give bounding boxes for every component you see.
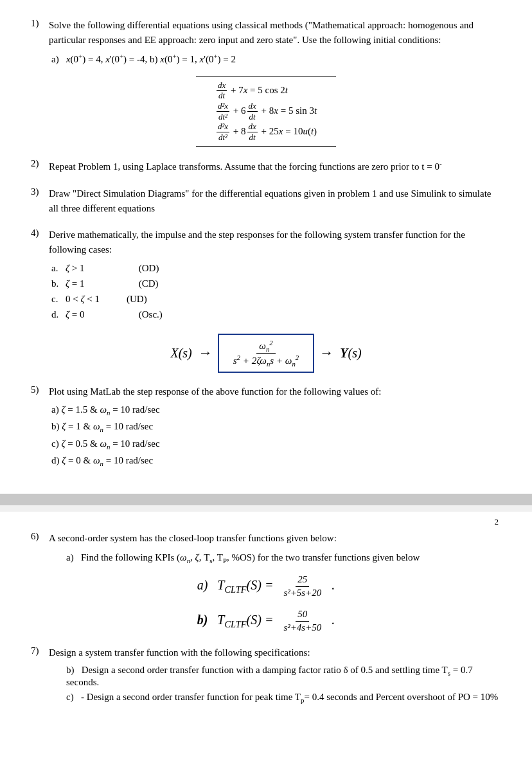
problem-2-text: Repeat Problem 1, using Laplace transfor… [49,158,501,174]
problem-6-sub-a-text: Find the following KPIs (ωn, ζ, Ts, TP, … [81,552,420,562]
problem-3-text: Draw "Direct Simulation Diagrams" for th… [49,186,501,217]
formula-a: a) TCLTF(S) = 25 s²+5s+20 . [197,578,335,592]
problem-7-sub-c-label: c) [66,692,74,702]
equations-table: dx dt + 7x = 5 cos 2t d²x dt² + 6 [196,76,336,147]
problem-4: 4) Derive mathematically, the impulse an… [31,228,501,373]
transfer-function-diagram: X(s) → ωn2 s2 + 2ζωns + ωn2 → Y(s) [31,334,501,373]
problem-2-number: 2) [31,158,49,169]
problem-4-sub-c: c. 0 < ζ < 1 (UD) [51,291,501,307]
page-bottom-inner: 2 6) A second-order system has the close… [0,512,532,735]
tf-box: ωn2 s2 + 2ζωns + ωn2 [218,334,314,373]
problem-7-text: Design a system transfer function with t… [49,645,501,660]
problem-1-number: 1) [31,18,49,29]
equation-1: dx dt + 7x = 5 cos 2t [215,80,317,101]
problem-4-number: 4) [31,228,49,239]
formula-b-numerator: 50 [296,608,309,622]
frac-dxdt-eq2: dx dt [247,101,258,122]
problem-4-sub-list: a. ζ > 1 (OD) b. ζ = 1 (CD) c. 0 < ζ < 1… [51,260,501,322]
problem-7-sub-b-text: Design a second order transfer function … [66,665,473,687]
formula-a-numerator: 25 [296,573,309,587]
problem-3-number: 3) [31,186,49,197]
problem-6-sub-a-label: a) [66,552,74,562]
problem-6-number: 6) [31,531,49,542]
page-top: 1) Solve the following differential equa… [0,0,532,494]
formula-a-frac: 25 s²+5s+20 [281,573,323,599]
problem-5-sub-a: a) ζ = 1.5 & ωn = 10 rad/sec [51,402,501,419]
formula-b: b) TCLTF(S) = 50 s²+4s+50 . [197,613,335,627]
problem-5-sub-list: a) ζ = 1.5 & ωn = 10 rad/sec b) ζ = 1 & … [51,402,501,469]
tf-box-numerator: ωn2 [256,339,275,354]
formula-b-denominator: s²+4s+50 [281,622,323,634]
problem-3: 3) Draw "Direct Simulation Diagrams" for… [31,186,501,217]
problem-7-number: 7) [31,645,49,656]
problem-7: 7) Design a system transfer function wit… [31,645,501,703]
tf-arrow-out: → [319,345,333,361]
formula-b-frac: 50 s²+4s+50 [281,608,323,634]
tf-arrow-in: → [199,345,213,361]
problem-5-number: 5) [31,384,49,395]
problem-5-sub-c: c) ζ = 0.5 & ωn = 10 rad/sec [51,436,501,453]
problem-4-sub-b: b. ζ = 1 (CD) [51,276,501,291]
problem-7-sub-b: b) Design a second order transfer functi… [66,665,501,688]
problem-4-sub-d: d. ζ = 0 (Osc.) [51,307,501,322]
problem-1-sub-a: a) x(0+) = 4, x'(0+) = -4, b) x(0+) = 1,… [51,51,501,67]
tf-box-denominator: s2 + 2ζωns + ωn2 [231,354,301,368]
problem-4-text: Derive mathematically, the impulse and t… [49,228,501,258]
problem-1: 1) Solve the following differential equa… [31,18,501,147]
problem-7-sub-c-text: - Design a second order transfer functio… [81,692,498,702]
frac-d2xdt2-eq2: d²x dt² [217,101,229,122]
problem-5-sub-b: b) ζ = 1 & ωn = 10 rad/sec [51,419,501,435]
formula-a-denominator: s²+5s+20 [281,587,323,600]
page-separator [0,494,532,505]
problem-4-sub-a: a. ζ > 1 (OD) [51,260,501,276]
equation-block: dx dt + 7x = 5 cos 2t d²x dt² + 6 [31,76,501,147]
formula-a-block: a) TCLTF(S) = 25 s²+5s+20 . [31,573,501,599]
problem-7-sub-b-label: b) [66,665,75,675]
page-number: 2 [495,517,499,527]
problem-7-sub-c: c) - Design a second order transfer func… [66,692,501,704]
formula-b-block: b) TCLTF(S) = 50 s²+4s+50 . [31,608,501,634]
tf-input-label: X(s) [170,346,191,361]
problem-6: 6) A second-order system has the closed-… [31,531,501,634]
equation-2: d²x dt² + 6 dx dt + 8x = 5 sin 3t [215,101,317,122]
problem-1-text: Solve the following differential equatio… [49,18,501,48]
frac-dxdt: dx dt [217,80,227,101]
page: 1) Solve the following differential equa… [0,0,532,765]
problem-5-text: Plot using MatLab the step response of t… [49,384,501,399]
tf-output-label: Y(s) [340,346,361,361]
equation-3: d²x dt² + 8 dx dt + 25x = 10u(t) [215,122,317,142]
frac-dxdt-eq3: dx dt [247,122,258,142]
frac-d2xdt2-eq3: d²x dt² [217,122,229,142]
problem-6-sub-a-header: a) Find the following KPIs (ωn, ζ, Ts, T… [66,552,501,564]
page-bottom: 2 6) A second-order system has the close… [0,505,532,735]
problem-5-sub-d: d) ζ = 0 & ωn = 10 rad/sec [51,453,501,469]
problem-2: 2) Repeat Problem 1, using Laplace trans… [31,158,501,174]
problem-6-text: A second-order system has the closed-loo… [49,531,501,546]
problem-5: 5) Plot using MatLab the step response o… [31,384,501,470]
